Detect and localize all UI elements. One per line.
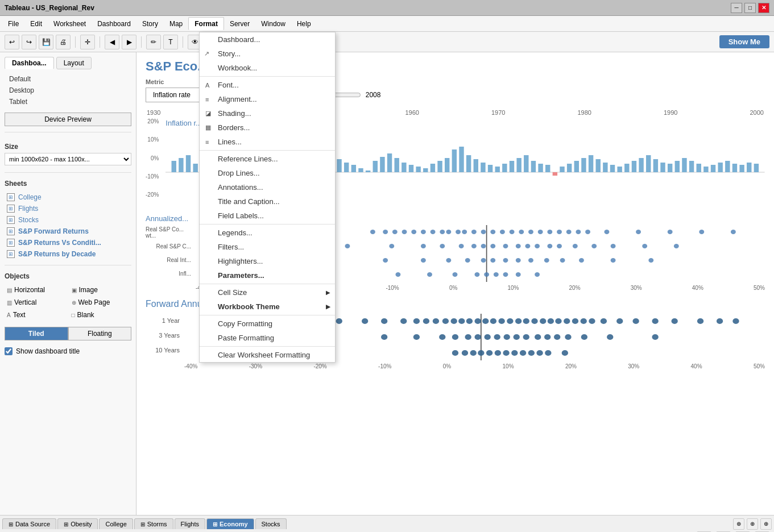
tab-college[interactable]: College — [99, 518, 133, 529]
dropdown-cell-size[interactable]: Cell Size — [200, 285, 335, 300]
svg-rect-73 — [689, 161, 694, 172]
show-me-button[interactable]: Show Me — [719, 35, 769, 48]
dropdown-lines[interactable]: ≡ Lines... — [200, 135, 335, 149]
dropdown-filters[interactable]: Filters... — [200, 240, 335, 254]
tab-options-button[interactable]: ⊕ — [760, 518, 772, 530]
minimize-button[interactable]: ─ — [731, 3, 742, 13]
toolbar-format[interactable]: T — [163, 35, 178, 49]
tab-economy[interactable]: ⊞ Economy — [206, 518, 254, 529]
toolbar-print[interactable]: 🖨 — [56, 35, 71, 49]
dropdown-parameters[interactable]: Parameters... — [200, 268, 335, 282]
tab-storms[interactable]: ⊞ Storms — [134, 518, 173, 529]
object-horizontal[interactable]: ▤ Horizontal — [5, 285, 67, 295]
svg-point-170 — [490, 318, 496, 324]
svg-point-220 — [536, 350, 543, 356]
sheet-sp-decade[interactable]: ⊞ S&P Returns by Decade — [5, 249, 131, 259]
svg-point-188 — [697, 318, 703, 324]
tab-obesity[interactable]: ⊞ Obesity — [57, 518, 98, 529]
dropdown-reference-lines[interactable]: Reference Lines... — [200, 152, 335, 166]
main-layout: Dashboa... Layout Default Desktop Tablet… — [0, 52, 774, 515]
dropdown-story[interactable]: ↗ Story... — [200, 47, 335, 61]
device-preview-button[interactable]: Device Preview — [5, 113, 131, 126]
svg-point-176 — [540, 318, 546, 324]
svg-point-137 — [490, 258, 495, 263]
menu-edit[interactable]: Edit — [24, 18, 48, 30]
dropdown-annotations[interactable]: Annotations... — [200, 180, 335, 194]
dropdown-paste-formatting[interactable]: Paste Formatting — [200, 331, 335, 345]
svg-point-204 — [544, 334, 551, 340]
menu-story[interactable]: Story — [136, 18, 164, 30]
borders-icon: ▦ — [205, 124, 211, 131]
sheet-sp-vs[interactable]: ⊞ S&P Returns Vs Conditi... — [5, 238, 131, 248]
toolbar-pencil[interactable]: ✏ — [146, 35, 161, 49]
object-vertical[interactable]: ▥ Vertical — [5, 297, 67, 307]
dropdown-field-labels[interactable]: Field Labels... — [200, 209, 335, 223]
svg-rect-71 — [675, 161, 680, 172]
maximize-button[interactable]: □ — [744, 3, 756, 13]
menu-dashboard[interactable]: Dashboard — [92, 18, 136, 30]
sheet-name-flights: Flights — [18, 205, 38, 213]
svg-point-109 — [636, 230, 641, 234]
toolbar-redo[interactable]: ↪ — [22, 35, 36, 49]
dropdown-alignment[interactable]: ≡ Alignment... — [200, 92, 335, 106]
panel-tab-dashboard[interactable]: Dashboa... — [5, 57, 54, 69]
toolbar-undo[interactable]: ↩ — [5, 35, 19, 49]
svg-point-85 — [383, 230, 388, 234]
bottom-bar: ⊞ Data Source ⊞ Obesity College ⊞ Storms… — [0, 515, 774, 532]
object-webpage[interactable]: ⊕ Web Page — [69, 297, 132, 307]
svg-point-90 — [431, 230, 436, 234]
show-title-checkbox[interactable] — [5, 347, 13, 355]
tab-datasource[interactable]: ⊞ Data Source — [2, 518, 56, 529]
toolbar-crosshair[interactable]: ✛ — [80, 35, 95, 49]
svg-point-190 — [732, 318, 739, 324]
object-blank[interactable]: □ Blank — [69, 310, 132, 320]
tab-duplicate-button[interactable]: ⊕ — [747, 518, 758, 530]
object-text[interactable]: A Text — [5, 310, 67, 320]
dropdown-workbook-theme[interactable]: Workbook Theme — [200, 300, 335, 314]
object-image[interactable]: ▣ Image — [69, 285, 132, 295]
dropdown-dashboard[interactable]: Dashboard... — [200, 32, 335, 47]
svg-rect-4 — [193, 164, 198, 172]
panel-tabs: Dashboa... Layout — [5, 57, 131, 69]
dropdown-legends[interactable]: Legends... — [200, 226, 335, 240]
svg-point-141 — [544, 258, 549, 263]
dropdown-title-caption[interactable]: Title and Caption... — [200, 194, 335, 209]
tiled-button[interactable]: Tiled — [5, 327, 68, 340]
tab-stocks[interactable]: Stocks — [255, 518, 287, 529]
layout-tablet[interactable]: Tablet — [5, 97, 131, 107]
tab-flights[interactable]: Flights — [175, 518, 205, 529]
floating-button[interactable]: Floating — [68, 327, 132, 340]
menu-server[interactable]: Server — [224, 18, 255, 30]
panel-tab-layout[interactable]: Layout — [56, 57, 92, 69]
menu-map[interactable]: Map — [164, 18, 188, 30]
dropdown-shading[interactable]: ◪ Shading... — [200, 106, 335, 120]
menu-format[interactable]: Format — [188, 17, 224, 30]
sheet-sp-forward[interactable]: ⊞ S&P Forward Returns — [5, 226, 131, 236]
size-select[interactable]: min 1000x620 - max 1100x... — [5, 153, 131, 165]
dropdown-copy-formatting[interactable]: Copy Formatting — [200, 317, 335, 331]
tab-add-button[interactable]: ⊕ — [733, 518, 744, 530]
svg-point-158 — [362, 318, 368, 324]
dropdown-borders[interactable]: ▦ Borders... — [200, 120, 335, 135]
close-button[interactable]: ✕ — [758, 3, 769, 13]
toolbar-save[interactable]: 💾 — [39, 35, 53, 49]
dropdown-drop-lines[interactable]: Drop Lines... — [200, 166, 335, 180]
toolbar-forward[interactable]: ▶ — [122, 35, 136, 49]
sheet-stocks[interactable]: ⊞ Stocks — [5, 215, 131, 225]
dropdown-font[interactable]: A Font... — [200, 78, 335, 92]
layout-default[interactable]: Default — [5, 74, 131, 84]
menu-file[interactable]: File — [2, 18, 24, 30]
menu-help[interactable]: Help — [291, 18, 317, 30]
toolbar-back[interactable]: ◀ — [105, 35, 119, 49]
year-1960: 1960 — [405, 109, 419, 116]
sheet-college[interactable]: ⊞ College — [5, 192, 131, 202]
dropdown-workbook[interactable]: Workbook... — [200, 61, 335, 75]
toolbar-sep-4 — [183, 36, 183, 48]
dropdown-highlighters[interactable]: Highlighters... — [200, 254, 335, 268]
dropdown-clear-formatting[interactable]: Clear Worksheet Formatting — [200, 348, 335, 362]
layout-desktop[interactable]: Desktop — [5, 85, 131, 95]
menu-window[interactable]: Window — [255, 18, 291, 30]
sheet-flights[interactable]: ⊞ Flights — [5, 203, 131, 214]
menu-worksheet[interactable]: Worksheet — [48, 18, 92, 30]
svg-point-161 — [413, 318, 420, 324]
